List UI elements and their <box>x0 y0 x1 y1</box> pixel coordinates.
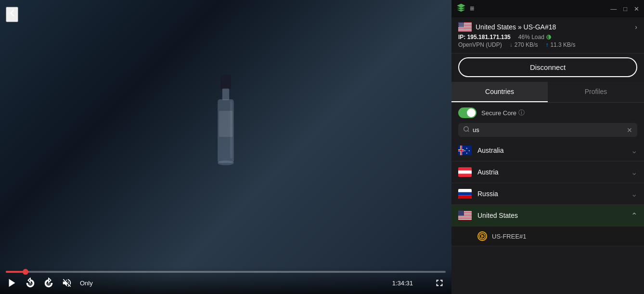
play-button[interactable] <box>6 277 18 289</box>
svg-point-23 <box>464 127 468 131</box>
country-item-russia[interactable]: Russia ⌄ <box>451 183 644 205</box>
load-value: 46% Load <box>518 34 544 40</box>
back-button[interactable] <box>6 7 18 22</box>
svg-rect-5 <box>230 101 232 159</box>
us-free-status-icon <box>477 231 487 241</box>
secure-core-row: Secure Core ⓘ <box>451 103 644 123</box>
close-button[interactable]: ✕ <box>634 5 639 13</box>
video-player: 10 10 Only 1:34:31 <box>0 0 451 294</box>
svg-rect-14 <box>458 27 472 28</box>
conn-load: 46% Load <box>518 34 551 40</box>
toggle-knob <box>467 108 476 117</box>
video-time: 1:34:31 <box>392 280 413 287</box>
russia-name: Russia <box>477 190 631 198</box>
conn-protocol: OpenVPN (UDP) <box>458 41 502 48</box>
svg-rect-16 <box>458 30 472 31</box>
svg-rect-0 <box>220 75 231 89</box>
svg-marker-9 <box>457 3 465 7</box>
conn-protocol-row: OpenVPN (UDP) ↓ 270 KB/s ↑ 11.3 KB/s <box>458 41 637 48</box>
info-icon[interactable]: ⓘ <box>518 108 525 117</box>
svg-rect-29 <box>461 146 462 155</box>
svg-rect-44 <box>458 217 472 218</box>
forward-10-button[interactable]: 10 <box>42 277 55 289</box>
secure-core-label: Secure Core <box>481 109 516 117</box>
svg-rect-37 <box>458 192 472 196</box>
svg-marker-6 <box>9 279 15 287</box>
mute-button[interactable] <box>61 277 73 289</box>
country-list: ★ ★ ★ ★ Australia ⌄ Austria ⌄ <box>451 140 644 294</box>
progress-dot <box>23 269 28 275</box>
country-item-us[interactable]: United States ⌃ <box>451 205 644 227</box>
ip-address: 195.181.171.135 <box>467 34 511 40</box>
rewind-10-button[interactable]: 10 <box>24 277 37 289</box>
svg-text:★: ★ <box>464 149 466 152</box>
controls-row: 10 10 Only 1:34:31 <box>6 277 446 289</box>
svg-rect-38 <box>458 195 472 199</box>
russia-expand-icon[interactable]: ⌄ <box>631 189 637 199</box>
sub-item-us-free[interactable]: US-FREE#1 <box>451 227 644 246</box>
minimize-button[interactable]: — <box>610 5 617 13</box>
australia-flag-icon: ★ ★ ★ ★ <box>458 146 472 155</box>
conn-details-row: IP: 195.181.171.135 46% Load <box>458 34 637 40</box>
russia-flag-icon <box>458 189 472 199</box>
bottle-visual <box>197 52 255 225</box>
us-free-name: US-FREE#1 <box>492 233 527 240</box>
svg-text:10: 10 <box>47 282 50 285</box>
us-name: United States <box>477 212 631 219</box>
down-arrow-icon: ↓ <box>510 41 513 48</box>
svg-text:10: 10 <box>29 282 32 285</box>
svg-rect-46 <box>458 211 464 216</box>
svg-rect-35 <box>458 171 472 174</box>
conn-ip: IP: 195.181.171.135 <box>458 34 511 40</box>
tab-countries[interactable]: Countries <box>451 82 548 102</box>
us-country-flag-icon <box>458 211 472 220</box>
country-item-austria[interactable]: Austria ⌄ <box>451 161 644 183</box>
svg-point-3 <box>218 160 234 165</box>
svg-text:★: ★ <box>466 147 468 149</box>
conn-speed-up: ↑ 11.3 KB/s <box>545 41 575 48</box>
hamburger-icon[interactable]: ≡ <box>470 4 474 13</box>
only-label: Only <box>80 280 93 287</box>
us-flag-icon: ★★★★★★ ★★★★★ ★★★★★★ ★★★★★ ★★★★★★ <box>458 22 472 32</box>
load-indicator <box>546 35 551 40</box>
video-controls: 10 10 Only 1:34:31 <box>0 267 451 294</box>
tab-profiles[interactable]: Profiles <box>548 82 644 102</box>
vpn-titlebar: ≡ — □ ✕ <box>451 0 644 17</box>
vpn-panel: ≡ — □ ✕ ★★★★★★ ★★★★★ ★★★★★★ <box>451 0 644 294</box>
secure-core-toggle[interactable] <box>458 107 477 118</box>
svg-text:★: ★ <box>466 152 468 154</box>
search-container: ✕ <box>458 123 637 137</box>
tabs-row: Countries Profiles <box>451 82 644 103</box>
australia-expand-icon[interactable]: ⌄ <box>631 146 637 155</box>
connection-info: ★★★★★★ ★★★★★ ★★★★★★ ★★★★★ ★★★★★★ United … <box>451 17 644 53</box>
austria-flag-icon <box>458 167 472 177</box>
up-arrow-icon: ↑ <box>545 41 548 48</box>
progress-bar[interactable] <box>6 271 446 273</box>
server-name: United States » US-GA#18 <box>476 23 635 31</box>
conn-speed-down: ↓ 270 KB/s <box>510 41 538 48</box>
svg-rect-15 <box>458 29 472 30</box>
vpn-logo-icon <box>456 3 466 15</box>
austria-name: Austria <box>477 168 631 176</box>
progress-fill <box>6 271 26 273</box>
window-controls: — □ ✕ <box>610 5 639 13</box>
svg-rect-43 <box>458 216 472 217</box>
svg-rect-45 <box>458 219 472 220</box>
us-expand-icon[interactable]: ⌃ <box>631 211 637 220</box>
disconnect-button[interactable]: Disconnect <box>458 57 637 77</box>
austria-expand-icon[interactable]: ⌄ <box>631 168 637 177</box>
svg-line-24 <box>468 131 469 132</box>
australia-name: Australia <box>477 147 631 154</box>
server-chevron-icon[interactable]: › <box>635 23 637 31</box>
svg-rect-1 <box>222 89 229 100</box>
search-input[interactable] <box>473 126 627 134</box>
maximize-button[interactable]: □ <box>623 5 627 13</box>
fullscreen-button[interactable] <box>433 277 446 289</box>
search-clear-icon[interactable]: ✕ <box>627 126 632 134</box>
country-item-australia[interactable]: ★ ★ ★ ★ Australia ⌄ <box>451 140 644 161</box>
search-icon <box>463 126 470 134</box>
svg-text:★: ★ <box>468 149 470 152</box>
server-row: ★★★★★★ ★★★★★ ★★★★★★ ★★★★★ ★★★★★★ United … <box>458 22 637 32</box>
